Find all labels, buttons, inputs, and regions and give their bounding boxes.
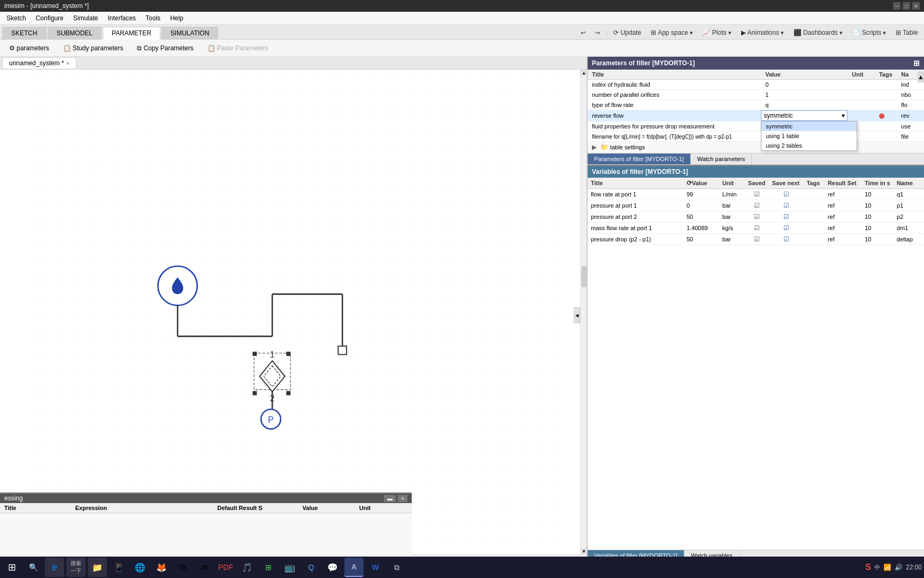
table-settings-row[interactable]: ▶ 📁 table settings [588,142,924,153]
redo-button[interactable]: ↪ [591,28,604,38]
var-savenext[interactable]: ☑ [769,234,804,245]
processing-close-button[interactable]: × [398,495,407,502]
param-row-reverse-flow[interactable]: reverse flow symmetric ▾ symmetr [588,110,924,121]
var-savenext[interactable]: ☑ [769,223,804,234]
canvas-vscrollbar[interactable]: ▲ ▼ [580,70,587,561]
menu-interfaces[interactable]: Interfaces [103,13,140,23]
param-value[interactable]: 1 [761,90,848,100]
var-saved[interactable]: ☑ [745,200,769,211]
baidu-app[interactable]: 搜索一下 [66,558,86,577]
tab-sketch[interactable]: SKETCH [2,27,47,39]
firefox-app[interactable]: 🦊 [152,558,171,577]
minimize-button[interactable]: ─ [893,2,900,10]
calc-app[interactable]: ⊞ [259,558,278,577]
restore-button[interactable]: □ [903,2,910,10]
tab-simulation[interactable]: SIMULATION [161,27,218,39]
params-tab-watch[interactable]: Watch parameters [691,154,752,164]
param-row[interactable]: number of parallel orifices 1 nbo [588,90,924,100]
param-row[interactable]: index of hydraulic fluid 0 ind [588,80,924,90]
music-app[interactable]: 🎵 [237,558,257,577]
animations-button[interactable]: ▶ Animations▾ [737,27,788,38]
phone-app[interactable]: 📱 [109,558,128,577]
update-icon: ⟳ [613,29,619,36]
param-title-reverse-flow: reverse flow [588,110,761,121]
var-row[interactable]: pressure at port 2 50 bar ☑ ☑ ref 10 p2 [588,211,924,223]
store-app[interactable]: 🛍 [173,558,192,577]
panel-collapse-button[interactable]: ◀ [574,307,580,323]
video-app[interactable]: 📺 [280,558,299,577]
ie-app[interactable]: e [45,558,64,577]
var-saved[interactable]: ☑ [745,211,769,223]
chrome-app[interactable]: 🌐 [130,558,150,577]
reverse-flow-dropdown[interactable]: symmetric ▾ [761,110,848,121]
params-tab-parameters[interactable]: Parameters of filter [MYDORTO-1] [588,154,691,164]
menu-sketch[interactable]: Sketch [2,13,30,23]
menu-tools[interactable]: Tools [141,13,165,23]
scroll-up-button[interactable]: ▲ [581,70,587,76]
params-collapse-button[interactable]: ▲ [918,72,924,82]
table-button[interactable]: ⊞ Table [892,27,922,38]
processing-header: essing ▬ × [0,493,412,503]
var-row[interactable]: mass flow rate at port 1 1.40089 kg/s ☑ … [588,223,924,234]
param-value-reverse-flow[interactable]: symmetric ▾ symmetric using 1 table usin… [761,110,848,121]
canvas-tab[interactable]: unnamed_system * × [2,57,76,69]
wechat-app[interactable]: 💬 [323,558,342,577]
mail-app[interactable]: ✉ [195,558,214,577]
search-button[interactable]: 🔍 [24,558,43,577]
copy-parameters-button[interactable]: ⧉ Copy Parameters [132,42,198,54]
var-saved[interactable]: ☑ [745,234,769,245]
scripts-button[interactable]: 📄 Scripts▾ [849,27,890,38]
param-row[interactable]: fluid properties for pressure drop measu… [588,121,924,132]
plots-button[interactable]: 📈 Plots▾ [699,27,735,38]
var-saved[interactable]: ☑ [745,223,769,234]
word-app[interactable]: W [366,558,385,577]
study-parameters-button[interactable]: 📋 Study parameters [58,42,128,54]
var-row[interactable]: flow rate at port 1 99 L/min ☑ ☑ ref 10 … [588,189,924,200]
paste-icon: 📋 [207,44,215,52]
svg-text:P: P [268,415,273,424]
canvas-close-button[interactable]: × [66,60,70,66]
param-row[interactable]: type of flow rate q flo [588,100,924,110]
var-row[interactable]: pressure at port 1 0 bar ☑ ☑ ref 10 p1 [588,200,924,211]
param-row-expand[interactable]: ▶ 📁 table settings [588,142,924,153]
dropdown-option-2tables[interactable]: using 2 tables [761,141,857,150]
start-button[interactable]: ⊞ [2,558,21,577]
canvas-vscrollbar-thumb[interactable] [581,266,587,287]
close-button[interactable]: ✕ [912,2,920,10]
param-value[interactable]: 0 [761,80,848,90]
update-button[interactable]: ⟳ Update [610,27,645,38]
var-row[interactable]: pressure drop (p2 - p1) 50 bar ☑ ☑ ref 1… [588,234,924,245]
param-row[interactable]: filename for q[L/min] = f(dp[bar], (T[de… [588,132,924,142]
var-value: 50 [683,234,719,245]
dropdown-option-symmetric[interactable]: symmetric [761,121,857,131]
var-savenext[interactable]: ☑ [769,211,804,223]
dropdown-option-1table[interactable]: using 1 table [761,131,857,141]
tray-lang-icon[interactable]: 中 [874,564,880,572]
app-space-button[interactable]: ⊞ App space▾ [647,27,697,38]
menu-simulate[interactable]: Simulate [69,13,103,23]
tab-parameter[interactable]: PARAMETER [103,27,160,40]
var-savenext[interactable]: ☑ [769,200,804,211]
var-savenext[interactable]: ☑ [769,189,804,200]
menu-help[interactable]: Help [166,13,188,23]
qq-app[interactable]: Q [302,558,321,577]
vars-table-container[interactable]: Title ⟳Value Unit Saved Save next Tags R… [588,178,924,550]
menu-configure[interactable]: Configure [32,13,68,23]
amesim-app[interactable]: A [344,558,364,577]
param-value[interactable]: q [761,100,848,110]
params-expand-icon[interactable]: ⊞ [913,59,920,67]
undo-button[interactable]: ↩ [577,28,589,38]
var-saved[interactable]: ☑ [745,189,769,200]
paste-parameters-button[interactable]: 📋 Paste Parameters [203,42,273,54]
var-resultset: ref [825,234,861,245]
appspace-icon: ⊞ [651,29,656,36]
parameters-button[interactable]: ⚙ parameters [4,42,54,54]
tab-submodel[interactable]: SUBMODEL [48,27,102,39]
pdf-app[interactable]: PDF [216,558,235,577]
misc-app[interactable]: ⧉ [387,558,406,577]
processing-minimize-button[interactable]: ▬ [384,495,396,502]
dashboards-button[interactable]: ⬛ Dashboards▾ [790,27,846,38]
scroll-down-button[interactable]: ▼ [581,548,587,554]
fileexplorer-app[interactable]: 📁 [88,558,107,577]
dropdown-menu[interactable]: symmetric using 1 table using 2 tables [761,121,857,151]
